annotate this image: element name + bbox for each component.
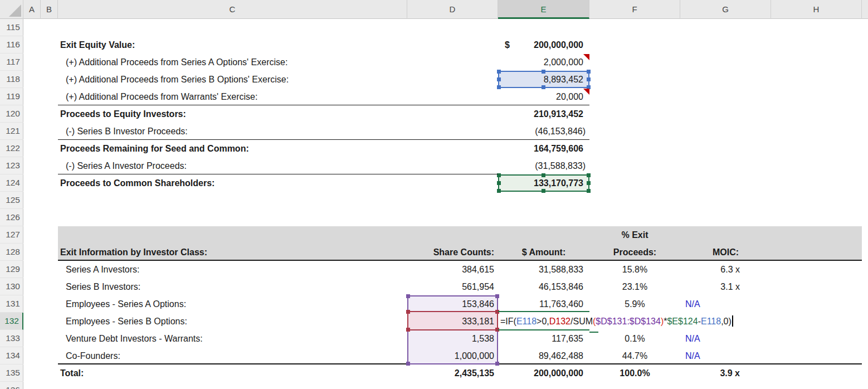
warrants-proceeds-cell[interactable]: 20,000 <box>498 88 589 105</box>
pct-exit-header-line2[interactable]: Proceeds: <box>589 244 680 261</box>
row-header-129[interactable]: 129 <box>0 261 23 278</box>
co-founders-moic-cell[interactable]: N/A <box>680 347 771 364</box>
proceeds-to-equity-cell[interactable]: 210,913,452 <box>498 105 589 123</box>
employees-series-a-moic-cell[interactable]: N/A <box>680 295 771 313</box>
row-header-128[interactable]: 128 <box>0 244 23 261</box>
series-a-shares-cell[interactable]: 384,615 <box>407 261 498 278</box>
select-all-button[interactable] <box>0 0 23 19</box>
employees-series-a-label[interactable]: Employees - Series A Options: <box>58 295 407 313</box>
row-121: (-) Series B Investor Proceeds: (46,153,… <box>0 123 868 140</box>
row-119: (+) Additional Proceeds from Warrants' E… <box>0 88 868 105</box>
series-b-investor-proceeds-cell[interactable]: (46,153,846) <box>498 123 589 140</box>
series-a-investor-proceeds-cell[interactable]: (31,588,833) <box>498 157 589 174</box>
range-handle[interactable] <box>406 310 410 314</box>
series-b-investor-proceeds-label[interactable]: (-) Series B Investor Proceeds: <box>58 123 407 140</box>
range-handle[interactable] <box>495 294 499 298</box>
total-amount-cell[interactable]: 200,000,000 <box>498 364 589 382</box>
series-b-amount-cell[interactable]: 46,153,846 <box>498 278 589 295</box>
row-header-135[interactable]: 135 <box>0 364 23 382</box>
total-moic-cell[interactable]: 3.9 x <box>680 364 771 382</box>
warrants-proceeds-label[interactable]: (+) Additional Proceeds from Warrants' E… <box>58 88 407 105</box>
column-header-strip: A B C D E F G H <box>0 0 868 19</box>
venture-debt-warrants-label[interactable]: Venture Debt Investors - Warrants: <box>58 330 407 347</box>
co-founders-label[interactable]: Co-Founders: <box>58 347 407 364</box>
row-129: Series A Investors: 384,615 31,588,833 1… <box>0 261 868 278</box>
row-header-122[interactable]: 122 <box>0 140 23 157</box>
amount-header[interactable]: $ Amount: <box>498 244 589 261</box>
column-header-H[interactable]: H <box>771 0 862 19</box>
formula-token-ref-D131-D134: $D$131:$D$134 <box>596 317 661 326</box>
column-header-B[interactable]: B <box>41 0 58 19</box>
series-b-shares-cell[interactable]: 561,954 <box>407 278 498 295</box>
column-header-F[interactable]: F <box>589 0 680 19</box>
proceeds-remaining-label[interactable]: Proceeds Remaining for Seed and Common: <box>58 140 407 157</box>
column-header-C[interactable]: C <box>58 0 407 19</box>
series-b-pct-cell[interactable]: 23.1% <box>589 278 680 295</box>
row-header-118[interactable]: 118 <box>0 71 23 88</box>
row-header-131[interactable]: 131 <box>0 295 23 313</box>
row-header-133[interactable]: 133 <box>0 330 23 347</box>
series-a-investor-proceeds-label[interactable]: (-) Series A Investor Proceeds: <box>58 157 407 174</box>
row-header-123[interactable]: 123 <box>0 157 23 174</box>
series-a-pct-cell[interactable]: 15.8% <box>589 261 680 278</box>
exit-equity-value-cell[interactable]: $ 200,000,000 <box>498 36 589 54</box>
employees-series-a-pct-cell[interactable]: 5.9% <box>589 295 680 313</box>
total-pct-cell[interactable]: 100.0% <box>589 364 680 382</box>
row-header-127[interactable]: 127 <box>0 226 23 244</box>
total-shares-cell[interactable]: 2,435,135 <box>407 364 498 382</box>
proceeds-remaining-cell[interactable]: 164,759,606 <box>498 140 589 157</box>
range-handle[interactable] <box>406 362 410 366</box>
series-a-options-proceeds-label[interactable]: (+) Additional Proceeds from Series A Op… <box>58 54 407 71</box>
series-a-investors-label[interactable]: Series A Investors: <box>58 261 407 278</box>
series-b-options-proceeds-label[interactable]: (+) Additional Proceeds from Series B Op… <box>58 71 407 88</box>
proceeds-to-common-cell[interactable]: 133,170,773 <box>498 174 589 192</box>
series-b-moic-cell[interactable]: 3.1 x <box>680 278 771 295</box>
table-title[interactable]: Exit Information by Investor Class: <box>58 244 407 261</box>
co-founders-amount-cell[interactable]: 89,462,488 <box>498 347 589 364</box>
venture-debt-pct-cell[interactable]: 0.1% <box>589 330 680 347</box>
venture-debt-amount-cell[interactable]: 117,635 <box>498 330 589 347</box>
column-header-D[interactable]: D <box>407 0 498 19</box>
formula-edit-cell-E132[interactable]: =IF(E118>0,D132/SUM($D$131:$D$134)*$E$12… <box>498 313 733 330</box>
range-handle[interactable] <box>406 294 410 298</box>
employees-series-a-amount-cell[interactable]: 11,763,460 <box>498 295 589 313</box>
employees-series-b-label[interactable]: Employees - Series B Options: <box>58 313 407 330</box>
co-founders-pct-cell[interactable]: 44.7% <box>589 347 680 364</box>
exit-equity-value-label[interactable]: Exit Equity Value: <box>58 36 407 54</box>
row-header-120[interactable]: 120 <box>0 105 23 123</box>
proceeds-to-common-label[interactable]: Proceeds to Common Shareholders: <box>58 174 407 192</box>
formula-token-ref-E124: $E$124 <box>667 317 698 326</box>
column-header-A[interactable]: A <box>23 0 41 19</box>
series-a-moic-cell[interactable]: 6.3 x <box>680 261 771 278</box>
formula-token-ref-D132: D132 <box>549 317 570 326</box>
row-header-119[interactable]: 119 <box>0 88 23 105</box>
venture-debt-moic-cell[interactable]: N/A <box>680 330 771 347</box>
row-header-121[interactable]: 121 <box>0 123 23 140</box>
series-a-options-proceeds-cell[interactable]: 2,000,000 <box>498 54 589 71</box>
column-header-G[interactable]: G <box>680 0 771 19</box>
moic-header[interactable]: MOIC: <box>680 244 771 261</box>
series-b-investors-label[interactable]: Series B Investors: <box>58 278 407 295</box>
proceeds-to-equity-label[interactable]: Proceeds to Equity Investors: <box>58 105 407 123</box>
row-header-115[interactable]: 115 <box>0 19 23 36</box>
column-header-E-selected[interactable]: E <box>498 0 589 19</box>
row-header-117[interactable]: 117 <box>0 54 23 71</box>
row-header-124[interactable]: 124 <box>0 174 23 192</box>
row-header-126[interactable]: 126 <box>0 209 23 226</box>
series-a-amount-cell[interactable]: 31,588,833 <box>498 261 589 278</box>
row-128: Exit Information by Investor Class: Shar… <box>0 244 868 261</box>
range-handle[interactable] <box>406 328 410 332</box>
row-header-130[interactable]: 130 <box>0 278 23 295</box>
row-header-136[interactable]: 136 <box>0 382 23 389</box>
row-header-132-selected[interactable]: 132 <box>0 313 23 330</box>
share-counts-header[interactable]: Share Counts: <box>407 244 498 261</box>
range-handle[interactable] <box>495 362 499 366</box>
row-header-125[interactable]: 125 <box>0 192 23 209</box>
pct-exit-header-line1[interactable]: % Exit <box>589 226 680 244</box>
row-header-134[interactable]: 134 <box>0 347 23 364</box>
row-header-116[interactable]: 116 <box>0 36 23 54</box>
range-border-D132[interactable] <box>407 311 498 330</box>
series-b-options-proceeds-cell[interactable]: 8,893,452 <box>498 71 589 88</box>
total-label[interactable]: Total: <box>58 364 407 382</box>
comment-note-icon <box>583 54 589 60</box>
